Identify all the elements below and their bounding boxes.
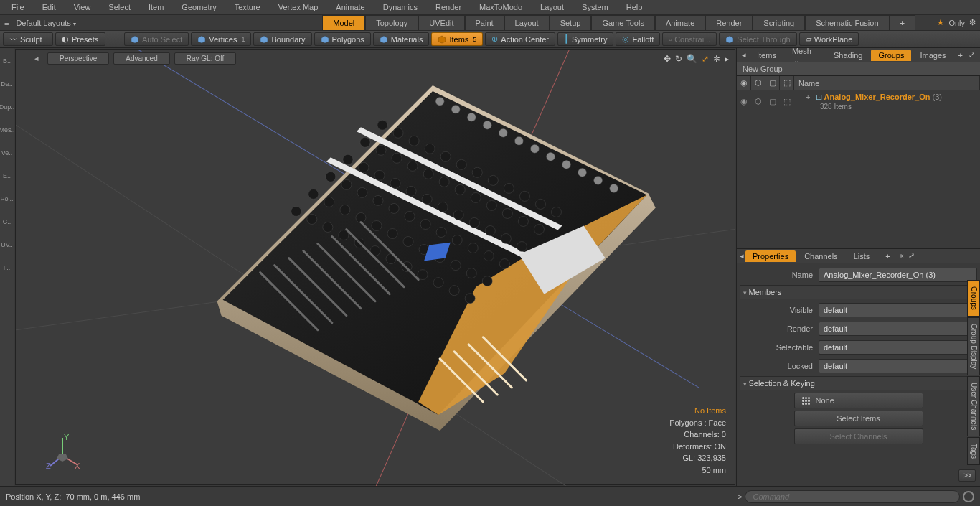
gear-icon[interactable]: ✼ bbox=[969, 18, 976, 27]
tab-channels[interactable]: Channels bbox=[797, 250, 844, 262]
tab-setup[interactable]: Setup bbox=[550, 15, 592, 30]
tab-items[interactable]: Items bbox=[750, 50, 783, 61]
left-tab[interactable]: UV.. bbox=[1, 235, 13, 255]
viewport-raygl-dropdown[interactable]: Ray GL: Off bbox=[174, 52, 237, 65]
group-row[interactable]: ◉ ⬡ ▢ ⬚ + ⊡ Analog_Mixer_Recorder_On (3)… bbox=[737, 90, 980, 112]
section-members[interactable]: Members bbox=[740, 285, 977, 299]
tab-paint[interactable]: Paint bbox=[465, 15, 504, 30]
selectthrough-button[interactable]: Select Through bbox=[719, 32, 796, 46]
select-channels-button[interactable]: Select Channels bbox=[794, 428, 923, 444]
viewport-3d[interactable]: ◂ Perspective Advanced Ray GL: Off ✥ ↻ 🔍… bbox=[15, 49, 735, 485]
row-sel-icon[interactable]: ▢ bbox=[765, 97, 780, 106]
constraints-button[interactable]: ▫Constrai... bbox=[662, 32, 717, 46]
left-tab[interactable]: Dup.. bbox=[0, 97, 14, 117]
new-group-button[interactable]: New Group bbox=[737, 62, 980, 76]
add-icon[interactable]: + bbox=[956, 51, 965, 60]
zoom-icon[interactable]: 🔍 bbox=[687, 54, 697, 64]
menu-select[interactable]: Select bbox=[100, 1, 139, 13]
tab-render[interactable]: Render bbox=[705, 15, 753, 30]
viewport-shading-dropdown[interactable]: Advanced bbox=[113, 52, 169, 65]
row-lock-icon[interactable]: ⬚ bbox=[780, 97, 794, 106]
chevron-right-icon[interactable]: ▸ bbox=[725, 54, 729, 64]
menu-system[interactable]: System bbox=[573, 1, 617, 13]
visible-dropdown[interactable]: default bbox=[819, 303, 977, 317]
polygons-button[interactable]: Polygons bbox=[314, 32, 371, 46]
menu-animate[interactable]: Animate bbox=[327, 1, 373, 13]
left-tab[interactable]: De.. bbox=[1, 74, 13, 94]
gear-icon[interactable]: ✼ bbox=[713, 54, 720, 64]
none-button[interactable]: None bbox=[794, 393, 923, 408]
symmetry-button[interactable]: ┃Symmetry bbox=[557, 32, 614, 46]
presets-button[interactable]: ◐Presets bbox=[55, 32, 105, 46]
menu-dynamics[interactable]: Dynamics bbox=[374, 1, 426, 13]
menu-edit[interactable]: Edit bbox=[34, 1, 65, 13]
chevron-left-icon[interactable]: ◂ bbox=[740, 251, 744, 261]
left-tab[interactable]: Mes.. bbox=[0, 120, 15, 140]
tab-lists[interactable]: Lists bbox=[847, 250, 877, 262]
render-dropdown[interactable]: default bbox=[819, 322, 977, 336]
pan-icon[interactable]: ✥ bbox=[664, 54, 671, 64]
tab-shading[interactable]: Shading bbox=[826, 50, 870, 61]
record-button[interactable] bbox=[963, 491, 974, 502]
tab-animate[interactable]: Animate bbox=[655, 15, 705, 30]
tab-properties[interactable]: Properties bbox=[745, 250, 796, 262]
collapse-icon[interactable]: ⇤ bbox=[900, 251, 907, 261]
tab-add[interactable]: + bbox=[878, 250, 897, 262]
tab-scripting[interactable]: Scripting bbox=[753, 15, 805, 30]
tab-uvedit[interactable]: UVEdit bbox=[418, 15, 464, 30]
falloff-button[interactable]: ◎Falloff bbox=[616, 32, 660, 46]
col-render-icon[interactable]: ⬡ bbox=[751, 76, 765, 90]
boundary-button[interactable]: Boundary bbox=[253, 32, 311, 46]
row-render-icon[interactable]: ⬡ bbox=[751, 97, 765, 106]
items-button[interactable]: Items5 bbox=[431, 32, 483, 46]
col-lock-icon[interactable]: ⬚ bbox=[780, 76, 794, 90]
star-icon[interactable]: ★ bbox=[937, 18, 944, 27]
menu-vertexmap[interactable]: Vertex Map bbox=[270, 1, 327, 13]
layout-dropdown[interactable]: Default Layouts ▾ bbox=[16, 19, 76, 27]
actioncenter-button[interactable]: ⊕Action Center bbox=[485, 32, 555, 46]
layout-hamburger-icon[interactable]: ≡ bbox=[4, 19, 9, 27]
menu-render[interactable]: Render bbox=[427, 1, 470, 13]
expand-icon[interactable]: ⤢ bbox=[966, 50, 977, 60]
col-vis-icon[interactable]: ◉ bbox=[737, 76, 751, 90]
tab-layout[interactable]: Layout bbox=[504, 15, 550, 30]
tab-topology[interactable]: Topology bbox=[365, 15, 418, 30]
menu-layout[interactable]: Layout bbox=[532, 1, 573, 13]
axis-gizmo[interactable]: Y X Z bbox=[44, 434, 80, 470]
col-sel-icon[interactable]: ▢ bbox=[765, 76, 780, 90]
left-tab[interactable]: E.. bbox=[3, 166, 11, 186]
menu-view[interactable]: View bbox=[65, 1, 100, 13]
maximize-icon[interactable]: ⤢ bbox=[702, 54, 709, 64]
tab-schematic[interactable]: Schematic Fusion bbox=[805, 15, 889, 30]
col-name[interactable]: Name bbox=[794, 76, 980, 90]
vertices-button[interactable]: Vertices1 bbox=[191, 32, 251, 46]
left-tab[interactable]: Ve.. bbox=[1, 143, 13, 163]
locked-dropdown[interactable]: default bbox=[819, 359, 977, 373]
side-tab-groupdisplay[interactable]: Group Display bbox=[967, 317, 980, 375]
row-vis-icon[interactable]: ◉ bbox=[737, 97, 751, 106]
tab-model[interactable]: Model bbox=[322, 15, 365, 30]
left-tab[interactable]: B.. bbox=[3, 51, 11, 71]
viewport-camera-dropdown[interactable]: Perspective bbox=[47, 52, 109, 65]
menu-item[interactable]: Item bbox=[140, 1, 172, 13]
menu-help[interactable]: Help bbox=[618, 1, 651, 13]
select-items-button[interactable]: Select Items bbox=[794, 411, 923, 426]
menu-geometry[interactable]: Geometry bbox=[173, 1, 225, 13]
left-tab[interactable]: Pol.. bbox=[0, 189, 13, 209]
selectable-dropdown[interactable]: default bbox=[819, 340, 977, 355]
section-selection-keying[interactable]: Selection & Keying bbox=[740, 376, 977, 390]
side-tab-groups[interactable]: Groups bbox=[967, 280, 980, 317]
menu-file[interactable]: File bbox=[3, 1, 33, 13]
side-tab-userchannels[interactable]: User Channels bbox=[967, 376, 980, 436]
materials-button[interactable]: Materials bbox=[373, 32, 430, 46]
group-name-cell[interactable]: + ⊡ Analog_Mixer_Recorder_On (3) 328 Ite… bbox=[794, 93, 980, 111]
left-tab[interactable]: C.. bbox=[3, 212, 11, 232]
sculpt-button[interactable]: 〰Sculpt bbox=[3, 32, 53, 46]
name-field[interactable] bbox=[819, 268, 977, 282]
chevron-left-icon[interactable]: ◂ bbox=[740, 50, 748, 60]
menu-texture[interactable]: Texture bbox=[226, 1, 269, 13]
autoselect-button[interactable]: Auto Select bbox=[124, 32, 189, 46]
tab-images[interactable]: Images bbox=[913, 50, 953, 61]
left-tab[interactable]: F.. bbox=[4, 258, 11, 278]
viewport-prev[interactable]: ◂ bbox=[30, 52, 43, 65]
